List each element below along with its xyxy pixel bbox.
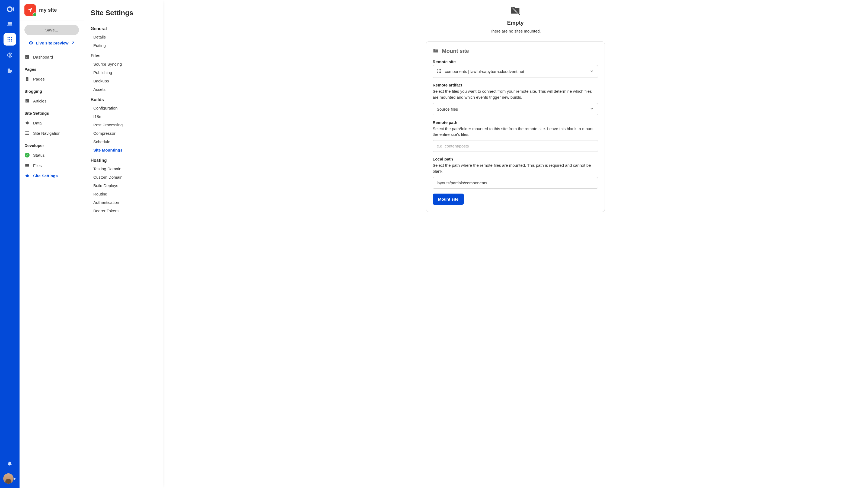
nav-item-label: Site Settings bbox=[33, 173, 58, 178]
gear-icon bbox=[24, 173, 30, 178]
settings-item-custom-domain[interactable]: Custom Domain bbox=[91, 173, 156, 182]
settings-item-site-mountings[interactable]: Site Mountings bbox=[91, 146, 156, 154]
remote-site-label: Remote site bbox=[433, 59, 598, 64]
local-path-field: Local path Select the path where the rem… bbox=[433, 157, 598, 189]
dashboard-icon bbox=[24, 55, 30, 59]
nav-item-site-navigation[interactable]: Site Navigation bbox=[20, 128, 84, 138]
svg-point-10 bbox=[11, 41, 12, 42]
settings-item-authentication[interactable]: Authentication bbox=[91, 198, 156, 206]
settings-item-configuration[interactable]: Configuration bbox=[91, 104, 156, 112]
remote-artifact-select[interactable]: Source files bbox=[433, 103, 598, 115]
svg-point-12 bbox=[11, 72, 12, 73]
svg-point-22 bbox=[440, 72, 441, 73]
remote-artifact-value: Source files bbox=[437, 107, 458, 111]
remote-site-select[interactable]: components | lawful-capybara.cloudvent.n… bbox=[433, 65, 598, 78]
settings-item-backups[interactable]: Backups bbox=[91, 77, 156, 85]
mount-site-panel: Mount site Remote site components | lawf… bbox=[426, 41, 605, 212]
nav-item-label: Pages bbox=[33, 77, 45, 82]
nav-item-articles[interactable]: Articles bbox=[20, 96, 84, 106]
settings-item-routing[interactable]: Routing bbox=[91, 190, 156, 198]
app-rail: ▶ bbox=[0, 0, 20, 488]
brand-logo bbox=[5, 4, 14, 14]
site-header: my site bbox=[20, 0, 84, 21]
rail-globe-icon[interactable] bbox=[3, 49, 16, 61]
svg-point-13 bbox=[31, 42, 31, 43]
svg-point-15 bbox=[439, 69, 440, 70]
nav-group-label: Developer bbox=[20, 138, 84, 150]
site-sidebar: my site Save... Live site preview Dashbo… bbox=[20, 0, 84, 488]
settings-nav: Site Settings GeneralDetailsEditingFiles… bbox=[84, 0, 163, 488]
save-button[interactable]: Save... bbox=[24, 25, 79, 35]
nav-item-site-settings[interactable]: Site Settings bbox=[20, 170, 84, 181]
svg-point-7 bbox=[11, 39, 12, 40]
svg-point-5 bbox=[8, 39, 9, 40]
nav-item-pages[interactable]: Pages bbox=[20, 74, 84, 84]
local-path-label: Local path bbox=[433, 157, 598, 161]
rail-org-icon[interactable] bbox=[3, 65, 16, 77]
remote-site-field: Remote site components | lawful-capybara… bbox=[433, 59, 598, 78]
rail-bell-icon[interactable] bbox=[3, 458, 16, 470]
nav-item-data[interactable]: Data bbox=[20, 118, 84, 128]
nav-dashboard[interactable]: Dashboard bbox=[20, 52, 84, 62]
nav-group-label: Site Settings bbox=[20, 106, 84, 118]
settings-item-source-syncing[interactable]: Source Syncing bbox=[91, 60, 156, 68]
avatar-caret-icon: ▶ bbox=[14, 477, 16, 480]
article-icon bbox=[24, 98, 30, 103]
svg-point-16 bbox=[440, 69, 441, 70]
nav-group-label: Pages bbox=[20, 62, 84, 74]
settings-item-testing-domain[interactable]: Testing Domain bbox=[91, 165, 156, 173]
settings-group-label: General bbox=[91, 23, 156, 33]
svg-point-9 bbox=[9, 41, 10, 42]
settings-item-bearer-tokens[interactable]: Bearer Tokens bbox=[91, 206, 156, 215]
settings-item-compressor[interactable]: Compressor bbox=[91, 129, 156, 137]
rail-apps-icon[interactable] bbox=[3, 33, 16, 45]
svg-point-8 bbox=[8, 41, 9, 42]
remote-artifact-help: Select the files you want to connect fro… bbox=[433, 88, 598, 100]
site-name: my site bbox=[39, 7, 57, 13]
site-status-badge-icon bbox=[33, 12, 37, 17]
nav-item-label: Status bbox=[33, 153, 45, 158]
remote-path-input[interactable] bbox=[433, 140, 598, 152]
remote-artifact-field: Remote artifact Select the files you wan… bbox=[433, 83, 598, 115]
svg-point-21 bbox=[439, 72, 440, 73]
nav-item-label: Articles bbox=[33, 99, 46, 103]
svg-point-18 bbox=[439, 71, 440, 72]
mount-site-button[interactable]: Mount site bbox=[433, 194, 464, 205]
site-avatar bbox=[24, 4, 36, 16]
local-path-help: Select the path where the remote files a… bbox=[433, 162, 598, 174]
local-path-input[interactable] bbox=[433, 177, 598, 189]
settings-item-schedule[interactable]: Schedule bbox=[91, 137, 156, 146]
nav-dashboard-label: Dashboard bbox=[33, 55, 53, 59]
svg-point-4 bbox=[11, 37, 12, 38]
svg-point-6 bbox=[9, 39, 10, 40]
nav-group-label: Blogging bbox=[20, 84, 84, 96]
settings-item-publishing[interactable]: Publishing bbox=[91, 68, 156, 77]
site-nav: Dashboard PagesPagesBloggingArticlesSite… bbox=[20, 50, 84, 186]
apps-grid-icon bbox=[437, 69, 442, 74]
settings-item-post-processing[interactable]: Post Processing bbox=[91, 121, 156, 129]
settings-group-label: Builds bbox=[91, 94, 156, 104]
nav-item-label: Data bbox=[33, 121, 42, 125]
chevron-down-icon bbox=[590, 106, 594, 112]
nav-item-status[interactable]: ✓Status bbox=[20, 150, 84, 160]
rail-projects-icon[interactable] bbox=[3, 18, 16, 30]
empty-state: Empty There are no sites mounted. bbox=[174, 5, 857, 33]
main-content: Empty There are no sites mounted. Mount … bbox=[163, 0, 868, 488]
settings-item-editing[interactable]: Editing bbox=[91, 41, 156, 50]
remote-path-help: Select the path/folder mounted to this s… bbox=[433, 126, 598, 138]
rail-avatar[interactable] bbox=[3, 474, 13, 484]
empty-folder-icon bbox=[510, 5, 521, 17]
gear-icon bbox=[24, 120, 30, 125]
svg-point-19 bbox=[440, 71, 441, 72]
svg-point-0 bbox=[8, 7, 12, 12]
svg-point-17 bbox=[437, 71, 438, 72]
nav-item-label: Site Navigation bbox=[33, 131, 61, 135]
settings-item-i18n[interactable]: I18n bbox=[91, 112, 156, 121]
live-preview-link[interactable]: Live site preview bbox=[24, 35, 79, 50]
settings-item-build-deploys[interactable]: Build Deploys bbox=[91, 182, 156, 190]
nav-item-files[interactable]: Files bbox=[20, 160, 84, 170]
settings-item-details[interactable]: Details bbox=[91, 33, 156, 41]
svg-point-14 bbox=[437, 69, 438, 70]
settings-item-assets[interactable]: Assets bbox=[91, 85, 156, 94]
mount-panel-icon bbox=[433, 48, 439, 55]
